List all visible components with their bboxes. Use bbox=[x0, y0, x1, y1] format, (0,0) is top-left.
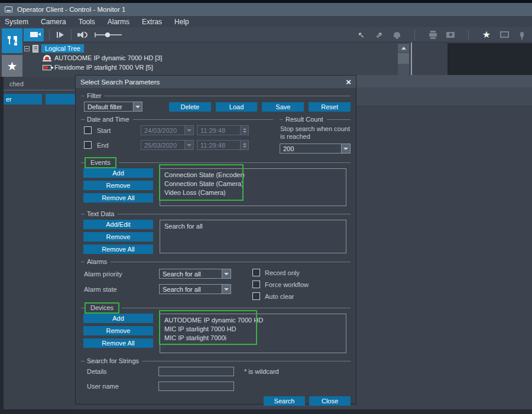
alarm-state-row: Alarm state Search for all bbox=[84, 284, 252, 294]
video-camera-button[interactable] bbox=[24, 28, 44, 41]
chevron-down-icon[interactable] bbox=[184, 126, 193, 135]
maximize-arrow-button[interactable]: ⇗ bbox=[374, 30, 384, 40]
restore-arrow-button[interactable]: ↖ bbox=[356, 30, 366, 40]
audio-button[interactable] bbox=[77, 30, 87, 40]
logical-tree-tab[interactable] bbox=[2, 28, 22, 53]
instant-playback-icon bbox=[57, 32, 64, 38]
menu-camera[interactable]: Camera bbox=[41, 18, 66, 26]
menu-help[interactable]: Help bbox=[174, 18, 189, 26]
text-data-remove-button[interactable]: Remove bbox=[83, 232, 153, 242]
events-list[interactable]: Connection State (Encoder) Connection St… bbox=[160, 168, 346, 206]
tree-item-flexidome[interactable]: Flexidome IP starlight 7000 VR [5] bbox=[43, 63, 397, 72]
snapshot-button[interactable] bbox=[445, 30, 456, 40]
filter-select[interactable]: Default filter bbox=[84, 102, 142, 112]
panel-button-fragment[interactable]: er bbox=[4, 94, 42, 105]
text-data-group: Text Data Add/Edit Remove Remove All Sea… bbox=[81, 210, 351, 254]
image-window-button[interactable]: ↔ bbox=[499, 30, 510, 40]
print-button[interactable] bbox=[427, 30, 438, 40]
menu-system[interactable]: System bbox=[5, 18, 28, 26]
text-data-label: Text Data bbox=[87, 210, 118, 217]
alarm-priority-select[interactable]: Search for all bbox=[159, 269, 231, 279]
list-item[interactable]: Video Loss (Camera) bbox=[164, 188, 346, 197]
divider bbox=[81, 214, 85, 214]
end-time-spinner[interactable]: 11:29:48 bbox=[197, 140, 249, 150]
instant-playback-button[interactable] bbox=[55, 30, 66, 40]
favorites-tab[interactable]: ★ bbox=[2, 55, 22, 77]
microphone-button[interactable] bbox=[517, 30, 527, 40]
scroll-up-button[interactable] bbox=[398, 44, 409, 52]
start-time-spinner[interactable]: 11:29:48 bbox=[197, 125, 249, 135]
start-checkbox[interactable] bbox=[84, 126, 92, 134]
end-checkbox[interactable] bbox=[84, 141, 92, 149]
force-workflow-checkbox[interactable] bbox=[252, 281, 260, 288]
events-content: Add Remove Remove All Connection State (… bbox=[81, 168, 351, 206]
tree-root-label[interactable]: Logical Tree bbox=[41, 44, 84, 53]
close-button[interactable]: Close bbox=[309, 396, 351, 406]
details-input[interactable] bbox=[158, 367, 234, 376]
devices-group: Devices Add Remove Remove All AUTODOME I… bbox=[81, 304, 351, 353]
alarm-sequence-button[interactable] bbox=[391, 30, 402, 40]
photo-camera-icon bbox=[446, 32, 455, 38]
list-item[interactable]: Connection State (Camera) bbox=[164, 180, 346, 188]
auto-clear-label: Auto clear bbox=[265, 293, 294, 300]
text-data-add-edit-button[interactable]: Add/Edit bbox=[83, 220, 153, 229]
search-button[interactable]: Search bbox=[264, 396, 305, 406]
auto-clear-checkbox[interactable] bbox=[252, 292, 260, 300]
tree-item-label[interactable]: Flexidome IP starlight 7000 VR [5] bbox=[54, 64, 153, 71]
alarms-checkboxes: Record only Force workflow Auto clear bbox=[252, 268, 309, 300]
spinner-arrows-icon[interactable] bbox=[240, 126, 248, 135]
menu-tools[interactable]: Tools bbox=[79, 18, 95, 26]
username-input[interactable] bbox=[158, 382, 234, 391]
reset-button[interactable]: Reset bbox=[309, 102, 351, 112]
devices-remove-all-button[interactable]: Remove All bbox=[83, 338, 153, 348]
background-left-panel: ched er bbox=[4, 77, 75, 409]
divider bbox=[327, 119, 351, 120]
alarm-state-select[interactable]: Search for all bbox=[159, 284, 231, 294]
list-item[interactable]: AUTODOME IP dynamic 7000 HD bbox=[164, 316, 346, 325]
close-icon[interactable]: × bbox=[346, 77, 351, 86]
spinner-arrows-icon[interactable] bbox=[240, 141, 248, 149]
events-add-button[interactable]: Add bbox=[83, 168, 153, 178]
menu-alarms[interactable]: Alarms bbox=[108, 18, 129, 26]
result-count-select[interactable]: 200 bbox=[280, 144, 351, 154]
list-item[interactable]: MIC IP starlight 7000i bbox=[164, 334, 346, 343]
tree-item-label[interactable]: AUTODOME IP dynamic 7000 HD [3] bbox=[54, 54, 162, 61]
dialog-header[interactable]: Select Search Parameters × bbox=[76, 76, 356, 88]
start-date-select[interactable]: 24/03/2020 bbox=[141, 125, 194, 135]
events-remove-all-button[interactable]: Remove All bbox=[83, 193, 153, 203]
text-data-buttons: Add/Edit Remove Remove All bbox=[83, 220, 153, 254]
devices-list[interactable]: AUTODOME IP dynamic 7000 HD MIC IP starl… bbox=[160, 314, 346, 353]
tree-item-autodome[interactable]: AUTODOME IP dynamic 7000 HD [3] bbox=[43, 53, 397, 63]
devices-remove-button[interactable]: Remove bbox=[83, 326, 153, 335]
chevron-down-icon[interactable] bbox=[184, 141, 193, 149]
slider-knob[interactable] bbox=[105, 32, 110, 37]
panel-button-fragment[interactable] bbox=[46, 94, 75, 105]
start-label: Start bbox=[97, 127, 141, 134]
delete-button[interactable]: Delete bbox=[169, 102, 211, 112]
chevron-down-icon[interactable] bbox=[133, 102, 142, 111]
menu-extras[interactable]: Extras bbox=[142, 18, 162, 26]
chevron-down-icon[interactable] bbox=[341, 144, 350, 153]
list-item[interactable]: Connection State (Encoder) bbox=[164, 171, 346, 180]
events-remove-button[interactable]: Remove bbox=[83, 181, 153, 190]
text-data-remove-all-button[interactable]: Remove All bbox=[83, 245, 153, 254]
favorites-button[interactable]: ★ bbox=[481, 30, 492, 40]
collapse-icon[interactable] bbox=[24, 46, 30, 51]
tree-root-row[interactable]: Logical Tree bbox=[22, 44, 397, 53]
list-item[interactable]: Search for all bbox=[164, 222, 346, 231]
end-date-select[interactable]: 25/03/2020 bbox=[141, 140, 194, 150]
volume-slider[interactable] bbox=[95, 34, 122, 35]
load-button[interactable]: Load bbox=[216, 102, 258, 112]
text-data-list[interactable]: Search for all bbox=[160, 220, 346, 253]
scrollbar-thumb[interactable] bbox=[398, 53, 409, 64]
tree-scrollbar[interactable] bbox=[398, 44, 409, 76]
record-only-checkbox[interactable] bbox=[252, 269, 260, 276]
printer-icon bbox=[429, 33, 437, 37]
devices-add-button[interactable]: Add bbox=[83, 314, 153, 323]
chevron-down-icon[interactable] bbox=[222, 285, 231, 294]
chevron-down-icon[interactable] bbox=[222, 269, 231, 278]
list-item[interactable]: MIC IP starlight 7000 HD bbox=[164, 325, 346, 334]
save-button[interactable]: Save bbox=[262, 102, 304, 112]
window-title: Operator Client - Control - Monitor 1 bbox=[17, 6, 125, 13]
username-label: User name bbox=[87, 383, 158, 390]
